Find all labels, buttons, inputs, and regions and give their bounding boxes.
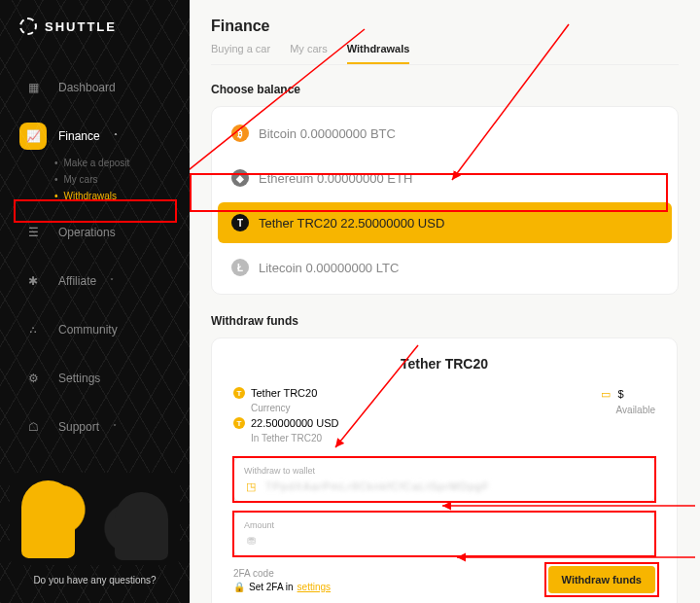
balance-text: Tether TRC20 22.50000000 USD (259, 216, 444, 231)
nav-settings[interactable]: ⚙ Settings (0, 355, 190, 402)
balance-row-usd[interactable]: TTether TRC20 22.50000000 USD (218, 202, 672, 243)
chevron-down-icon: ˅ (113, 423, 117, 432)
field-label: Amount (244, 520, 645, 530)
coin-icon: Ł (231, 259, 249, 276)
tabs: Buying a car My cars Withdrawals (211, 43, 679, 65)
nav-label: Affiliate (58, 274, 96, 288)
field-label: Withdraw to wallet (244, 466, 645, 476)
coin-icon: T (231, 214, 249, 231)
promo-illustration (10, 473, 180, 565)
tab-withdrawals[interactable]: Withdrawals (347, 43, 410, 64)
avail-label: Available (599, 405, 655, 415)
tether-icon: T (233, 417, 245, 429)
tether-icon: T (233, 387, 245, 399)
balance-text: Litecoin 0.00000000 LTC (259, 261, 399, 275)
grid-icon: ▦ (19, 74, 47, 101)
people-icon: ⛬ (19, 316, 47, 343)
network-icon: ✱ (19, 267, 47, 295)
withdraw-title: Tether TRC20 (233, 356, 655, 372)
nav-operations[interactable]: ☰ Operations (0, 209, 190, 256)
nav-label: Settings (58, 372, 100, 385)
chevron-down-icon: ˅ (110, 277, 114, 286)
coins-icon: ⛃ (244, 534, 258, 548)
nav-community[interactable]: ⛬ Community (0, 306, 190, 353)
gear-icon: ⚙ (19, 365, 47, 392)
wallet-field[interactable]: Withdraw to wallet ◳ TPpdXAarPmLr8CknkfC… (233, 457, 655, 502)
balance-list: ₿Bitcoin 0.00000000 BTC◆Ethereum 0.00000… (211, 106, 679, 295)
headset-icon: ☖ (19, 413, 47, 441)
chart-icon: 📈 (19, 123, 47, 150)
clipboard-icon: ☰ (19, 219, 47, 246)
balance-row-btc[interactable]: ₿Bitcoin 0.00000000 BTC (218, 113, 672, 154)
finance-submenu: Make a deposit My cars Withdrawals (0, 158, 190, 201)
withdraw-button[interactable]: Withdraw funds (548, 566, 655, 593)
sidebar: SHUTTLE ▦ Dashboard 📈 Finance ˄ Make a d… (0, 0, 190, 603)
coin-icon: ◆ (231, 169, 249, 187)
currency-name: Tether TRC20 (251, 387, 317, 399)
brand-logo: SHUTTLE (0, 18, 190, 64)
twofa-label: 2FA code (233, 568, 331, 579)
twofa-row: 2FA code 🔒 Set 2FA in settings Withdraw … (233, 566, 655, 593)
nav-label: Support (58, 420, 99, 434)
amount-input[interactable] (265, 535, 645, 547)
currency-label: Currency (233, 403, 339, 413)
nav-label: Operations (58, 226, 116, 239)
nav: ▦ Dashboard 📈 Finance ˄ Make a deposit M… (0, 64, 190, 450)
twofa-text: Set 2FA in (249, 582, 294, 592)
amount-field[interactable]: Amount ⛃ (233, 512, 655, 556)
settings-link[interactable]: settings (298, 582, 331, 592)
withdraw-section-label: Withdraw funds (211, 314, 679, 328)
brand-text: SHUTTLE (45, 19, 117, 34)
balance-row-eth[interactable]: ◆Ethereum 0.00000000 ETH (218, 158, 672, 198)
tab-buying[interactable]: Buying a car (211, 43, 270, 64)
balance-text: Bitcoin 0.00000000 BTC (259, 126, 396, 141)
balance-value: 22.50000000 USD (251, 417, 339, 429)
chevron-up-icon: ˄ (114, 132, 118, 141)
nav-label: Finance (58, 129, 100, 143)
avail-symbol: $ (618, 388, 624, 400)
wallet-icon: ◳ (244, 479, 258, 493)
subnav-withdrawals[interactable]: Withdrawals (54, 191, 190, 201)
subnav-deposit[interactable]: Make a deposit (54, 158, 190, 168)
balance-text: Ethereum 0.00000000 ETH (259, 171, 412, 186)
nav-label: Community (58, 323, 118, 337)
nav-label: Dashboard (58, 81, 116, 94)
lock-icon: 🔒 (233, 582, 245, 592)
balance-row-ltc[interactable]: ŁLitecoin 0.00000000 LTC (218, 247, 672, 288)
page-title: Finance (211, 18, 679, 35)
nav-dashboard[interactable]: ▦ Dashboard (0, 64, 190, 111)
wallet-value: TPpdXAarPmLr8CknkfCfCaLtSprMDpgF (265, 480, 490, 492)
promo-text: Do you have any questions? (10, 575, 180, 585)
main-content: Finance Buying a car My cars Withdrawals… (190, 0, 700, 603)
coin-icon: ₿ (231, 124, 249, 142)
balance-label: In Tether TRC20 (233, 433, 339, 443)
wallet-icon: ▭ (599, 387, 612, 401)
choose-balance-label: Choose balance (211, 83, 679, 96)
sidebar-promo: Do you have any questions? (0, 455, 190, 603)
withdraw-meta: TTether TRC20 Currency T22.50000000 USD … (233, 387, 655, 443)
subnav-mycars[interactable]: My cars (54, 174, 190, 185)
logo-icon (19, 18, 37, 35)
nav-affiliate[interactable]: ✱ Affiliate ˅ (0, 258, 190, 304)
tab-mycars[interactable]: My cars (290, 43, 328, 64)
nav-support[interactable]: ☖ Support ˅ (0, 404, 190, 450)
nav-finance[interactable]: 📈 Finance ˄ (0, 113, 190, 160)
withdraw-card: Tether TRC20 TTether TRC20 Currency T22.… (211, 337, 678, 603)
